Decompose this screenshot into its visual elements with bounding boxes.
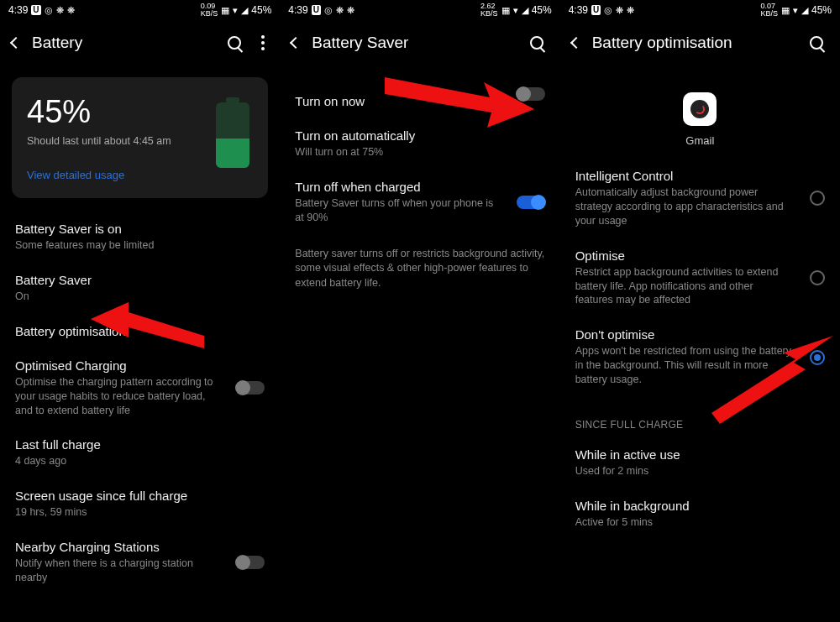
row-title: Intelligent Control bbox=[575, 169, 825, 183]
row-sub: Automatically adjust background power st… bbox=[575, 186, 794, 228]
status-bar: 4:39 U ◎ ❋ ❋ 0.07KB/S ▦ ▾ ◢ 45% bbox=[560, 0, 840, 20]
optimise-radio[interactable] bbox=[810, 270, 825, 285]
instagram-icon: ◎ bbox=[604, 5, 612, 16]
last-charge-row: Last full charge 4 days ago bbox=[0, 427, 280, 478]
notif-icon-1: ❋ bbox=[56, 5, 64, 16]
optimised-charging-row[interactable]: Optimised Charging Optimise the charging… bbox=[0, 348, 280, 428]
nearby-stations-row[interactable]: Nearby Charging Stations Notify when the… bbox=[0, 530, 280, 595]
notif-icon-2: ❋ bbox=[627, 5, 634, 16]
gmail-icon bbox=[683, 92, 717, 126]
active-use-row: While in active use Used for 2 mins bbox=[560, 437, 840, 489]
row-sub: Active for 5 mins bbox=[575, 515, 777, 530]
row-title: Optimised Charging bbox=[15, 358, 265, 373]
status-bar: 4:39 U ◎ ❋ ❋ 2.62KB/S ▦ ▾ ◢ 45% bbox=[280, 0, 559, 20]
page-title: Battery optimisation bbox=[592, 34, 798, 52]
dont-optimise-radio[interactable] bbox=[810, 350, 825, 365]
row-title: Battery optimisation bbox=[15, 324, 265, 338]
status-time: 4:39 bbox=[288, 4, 307, 16]
back-icon[interactable] bbox=[10, 37, 22, 49]
status-time: 4:39 bbox=[8, 4, 28, 16]
header: Battery Saver bbox=[280, 20, 559, 69]
battery-pct: 45% bbox=[532, 4, 552, 16]
header: Battery bbox=[0, 20, 280, 69]
row-sub: 19 hrs, 59 mins bbox=[15, 505, 217, 520]
row-title: Battery Saver is on bbox=[15, 222, 265, 236]
turn-off-charged-toggle[interactable] bbox=[517, 196, 545, 209]
screen-battery: 4:39 U ◎ ❋ ❋ 0.09KB/S ▦ ▾ ◢ 45% Battery … bbox=[0, 0, 280, 622]
turn-off-charged-row[interactable]: Turn off when charged Battery Saver turn… bbox=[280, 170, 559, 235]
battery-optimisation-row[interactable]: Battery optimisation bbox=[0, 314, 280, 348]
row-sub: Will turn on at 75% bbox=[295, 145, 496, 159]
row-sub: Battery Saver turns off when your phone … bbox=[295, 196, 496, 225]
row-title: Turn off when charged bbox=[295, 180, 544, 194]
u-icon: U bbox=[312, 5, 321, 15]
row-title: Turn on automatically bbox=[295, 128, 544, 143]
description-text: Battery saver turns off or restricts bac… bbox=[280, 235, 559, 303]
row-sub: Restrict app background activities to ex… bbox=[575, 265, 794, 308]
row-sub: Apps won't be restricted from using the … bbox=[575, 344, 794, 387]
search-icon[interactable] bbox=[810, 36, 823, 50]
battery-card[interactable]: 45% Should last until about 4:45 am View… bbox=[12, 77, 268, 198]
wifi-icon: ▾ bbox=[793, 5, 798, 16]
row-sub: Notify when there is a charging station … bbox=[15, 557, 217, 585]
dont-optimise-row[interactable]: Don't optimise Apps won't be restricted … bbox=[560, 317, 840, 397]
optimise-row[interactable]: Optimise Restrict app background activit… bbox=[560, 238, 840, 318]
screen-battery-optimisation: 4:39 U ◎ ❋ ❋ 0.07KB/S ▦ ▾ ◢ 45% Battery … bbox=[560, 0, 840, 622]
turn-on-now-toggle[interactable] bbox=[517, 87, 545, 101]
battery-pct: 45% bbox=[251, 4, 271, 16]
search-icon[interactable] bbox=[530, 36, 543, 50]
row-sub: Used for 2 mins bbox=[575, 464, 777, 478]
battery-icon bbox=[216, 102, 249, 168]
volte-icon: ▦ bbox=[501, 5, 510, 16]
wifi-icon: ▾ bbox=[233, 5, 238, 16]
battery-saver-row[interactable]: Battery Saver On bbox=[0, 263, 280, 314]
row-title: Last full charge bbox=[15, 437, 265, 452]
turn-on-auto-row[interactable]: Turn on automatically Will turn on at 75… bbox=[280, 118, 559, 170]
detailed-usage-link[interactable]: View detailed usage bbox=[27, 169, 253, 181]
back-icon[interactable] bbox=[570, 37, 582, 49]
app-name: Gmail bbox=[560, 134, 840, 147]
app-block: Gmail bbox=[560, 69, 840, 159]
notif-icon-2: ❋ bbox=[67, 5, 75, 16]
kbps-label: KB/S bbox=[480, 9, 498, 18]
intelligent-control-radio[interactable] bbox=[810, 191, 825, 206]
search-icon[interactable] bbox=[228, 36, 241, 50]
notif-icon-1: ❋ bbox=[616, 5, 623, 16]
notif-icon-2: ❋ bbox=[347, 5, 354, 16]
row-sub: Some features may be limited bbox=[15, 238, 217, 253]
row-title: Nearby Charging Stations bbox=[15, 540, 265, 554]
more-icon[interactable] bbox=[258, 35, 268, 50]
row-title: Turn on now bbox=[295, 94, 544, 108]
signal-icon: ◢ bbox=[522, 5, 528, 16]
signal-icon: ◢ bbox=[241, 5, 248, 16]
wifi-icon: ▾ bbox=[513, 5, 518, 16]
row-title: Don't optimise bbox=[575, 327, 825, 342]
volte-icon: ▦ bbox=[781, 5, 790, 16]
u-icon: U bbox=[31, 5, 40, 15]
signal-icon: ◢ bbox=[801, 5, 808, 16]
row-sub: Optimise the charging pattern according … bbox=[15, 375, 217, 418]
volte-icon: ▦ bbox=[221, 5, 229, 16]
instagram-icon: ◎ bbox=[45, 5, 53, 16]
row-sub: 4 days ago bbox=[15, 454, 217, 468]
section-since-full-charge: SINCE FULL CHARGE bbox=[560, 397, 840, 437]
back-icon[interactable] bbox=[290, 37, 302, 49]
page-title: Battery bbox=[32, 34, 216, 52]
row-title: Battery Saver bbox=[15, 273, 265, 287]
intelligent-control-row[interactable]: Intelligent Control Automatically adjust… bbox=[560, 159, 840, 238]
notif-icon-1: ❋ bbox=[336, 5, 344, 16]
instagram-icon: ◎ bbox=[324, 5, 333, 16]
page-title: Battery Saver bbox=[312, 34, 517, 52]
kbps-label: KB/S bbox=[760, 9, 778, 18]
kbps-label: KB/S bbox=[201, 9, 218, 18]
turn-on-now-row[interactable]: Turn on now bbox=[280, 69, 559, 118]
nearby-stations-toggle[interactable] bbox=[236, 556, 265, 569]
optimised-charging-toggle[interactable] bbox=[236, 381, 265, 395]
background-use-row: While in background Active for 5 mins bbox=[560, 489, 840, 540]
screen-battery-saver: 4:39 U ◎ ❋ ❋ 2.62KB/S ▦ ▾ ◢ 45% Battery … bbox=[280, 0, 559, 622]
row-title: While in background bbox=[575, 499, 825, 513]
row-title: Screen usage since full charge bbox=[15, 489, 265, 503]
battery-pct: 45% bbox=[811, 4, 832, 16]
row-title: While in active use bbox=[575, 447, 825, 462]
row-sub: On bbox=[15, 290, 217, 304]
